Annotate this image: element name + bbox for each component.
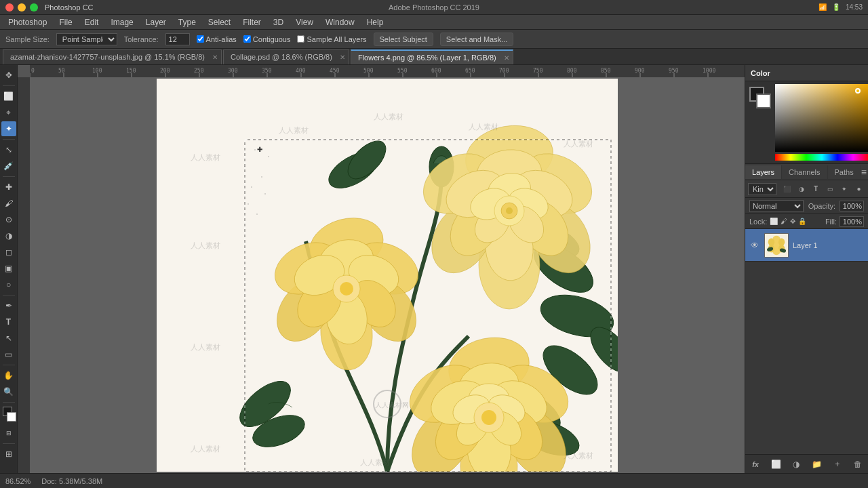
lock-transparent-icon[interactable]: ⬜ [770,218,778,225]
menu-type[interactable]: Type [173,16,201,28]
doc-info: Doc: 5.38M/5.38M [41,477,102,485]
svg-text:700: 700 [499,68,509,74]
canvas-inner[interactable]: 人人素材 人人素材 人人素材 人人素材 人人素材 人人素材 人人素材 人人素材 … [30,77,745,473]
layer-visibility-1[interactable]: 👁 [749,240,760,251]
menu-view[interactable]: View [290,16,319,28]
panel-menu-button[interactable]: ≡ [861,167,867,178]
close-button[interactable] [5,3,14,12]
tab-1-close[interactable]: ✕ [212,54,218,61]
healing-tool[interactable]: ✚ [1,180,16,195]
lock-image-icon[interactable]: 🖌 [781,218,787,225]
menu-bar: Photoshop File Edit Image Layer Type Sel… [0,15,868,30]
zoom-tool[interactable]: 🔍 [1,384,16,399]
tab-2[interactable]: Collage.psd @ 18.6% (RGB/8) ✕ [223,49,349,64]
hand-tool[interactable]: ✋ [1,368,16,383]
path-select-tool[interactable]: ↖ [1,331,16,346]
contiguous-checkbox[interactable]: Contiguous [243,35,291,43]
lock-all-icon[interactable]: 🔒 [798,218,806,225]
hue-slider[interactable] [775,154,868,161]
filter-smart-icon[interactable]: ✦ [838,182,851,196]
menu-image[interactable]: Image [105,16,138,28]
tab-2-close[interactable]: ✕ [340,54,345,61]
tab-1[interactable]: azamat-zhanisov-1427757-unsplash.jpg @ 1… [3,49,222,64]
anti-alias-checkbox[interactable]: Anti-alias [197,35,237,43]
screen-mode-tool[interactable]: ⊞ [1,447,16,462]
tab-paths[interactable]: Paths [828,165,861,179]
kind-filter-select[interactable]: Kind [748,183,776,195]
select-subject-button[interactable]: Select Subject [374,33,433,46]
svg-text:人人素材: 人人素材 [360,458,390,466]
menu-window[interactable]: Window [320,16,360,28]
svg-text:人人素材: 人人素材 [469,123,498,131]
svg-text:人人素材: 人人素材 [191,241,220,249]
tolerance-label: Tolerance: [124,35,159,43]
svg-text:200: 200 [160,68,170,74]
layer-item-1[interactable]: 👁 [745,229,868,262]
minimize-button[interactable] [18,3,26,12]
svg-point-53 [256,214,258,215]
background-swatch[interactable] [756,94,771,108]
sample-all-layers-checkbox[interactable]: Sample All Layers [297,35,366,43]
filter-shape-icon[interactable]: ▭ [824,182,837,196]
filter-adjustment-icon[interactable]: ◑ [795,182,808,196]
color-tab[interactable]: Color [751,69,770,77]
tabs-bar: azamat-zhanisov-1427757-unsplash.jpg @ 1… [0,49,868,65]
menu-edit[interactable]: Edit [79,16,104,28]
tolerance-input[interactable] [165,33,190,45]
shape-tool[interactable]: ▭ [1,347,16,362]
blend-mode-row: Normal Multiply Screen Overlay Opacity: [745,198,868,214]
filter-pixel-icon[interactable]: ⬛ [781,182,793,196]
tab-channels[interactable]: Channels [782,165,827,179]
filter-type-icon[interactable]: T [809,182,822,196]
pen-tool[interactable]: ✒ [1,298,16,313]
menu-layer[interactable]: Layer [140,16,172,28]
layer-mask-button[interactable]: ⬜ [769,458,783,471]
blend-mode-select[interactable]: Normal Multiply Screen Overlay [749,200,804,212]
svg-text:600: 600 [431,68,441,74]
gradient-tool[interactable]: ▣ [1,261,16,276]
eyedropper-tool[interactable]: 💉 [1,159,16,174]
battery-icon: 🔋 [832,3,840,11]
tab-layers[interactable]: Layers [745,165,782,179]
magic-wand-tool[interactable]: ✦ [1,121,16,136]
menu-photoshop[interactable]: Photoshop [3,16,52,28]
layer-delete-button[interactable]: 🗑 [851,458,865,471]
maximize-button[interactable] [30,3,38,12]
layer-group-button[interactable]: 📁 [810,458,824,471]
layer-new-button[interactable]: + [831,458,844,471]
layer-fx-button[interactable]: fx [749,458,762,471]
menu-file[interactable]: File [54,16,77,28]
history-brush-tool[interactable]: ◑ [1,228,16,243]
svg-point-103 [340,282,353,296]
crop-tool[interactable]: ⤡ [1,142,16,157]
quick-mask-tool[interactable]: ⊟ [1,426,16,441]
brush-tool[interactable]: 🖌 [1,196,16,211]
svg-text:人人素材: 人人素材 [191,153,220,161]
opacity-input[interactable] [840,201,864,211]
dodge-tool[interactable]: ○ [1,277,16,292]
menu-select[interactable]: Select [203,16,236,28]
move-tool[interactable]: ✥ [1,68,16,83]
lock-position-icon[interactable]: ✥ [790,218,795,225]
title-right-controls: 📶 🔋 14:53 [818,3,863,11]
eraser-tool[interactable]: ◻ [1,245,16,260]
tab-3[interactable]: Flowers 4.png @ 86.5% (Layer 1, RGB/8) ✕ [351,49,513,64]
layers-footer: fx ⬜ ◑ 📁 + 🗑 [745,454,868,473]
type-tool[interactable]: T [1,314,16,329]
color-gradient-picker[interactable] [775,84,868,152]
fill-input[interactable] [840,216,864,227]
menu-3d[interactable]: 3D [268,16,289,28]
left-toolbar: ✥ ⬜ ⌖ ✦ ⤡ 💉 ✚ 🖌 ⊙ ◑ ◻ ▣ ○ ✒ T ↖ ▭ ✋ 🔍 ⊟ … [0,65,18,473]
stamp-tool[interactable]: ⊙ [1,212,16,227]
menu-help[interactable]: Help [361,16,389,28]
filter-toggle[interactable]: ● [852,182,865,196]
layer-adjustment-button[interactable]: ◑ [789,458,803,471]
menu-filter[interactable]: Filter [237,16,267,28]
sample-size-select[interactable]: Point Sample 3 by 3 Average 5 by 5 Avera… [56,33,117,45]
lasso-tool[interactable]: ⌖ [1,105,16,120]
select-mask-button[interactable]: Select and Mask... [440,33,514,46]
marquee-tool[interactable]: ⬜ [1,89,16,104]
canvas-area[interactable]: 0 50 100 150 200 250 300 350 400 [18,65,745,473]
tab-3-close[interactable]: ✕ [504,54,509,61]
background-color[interactable] [7,412,16,422]
